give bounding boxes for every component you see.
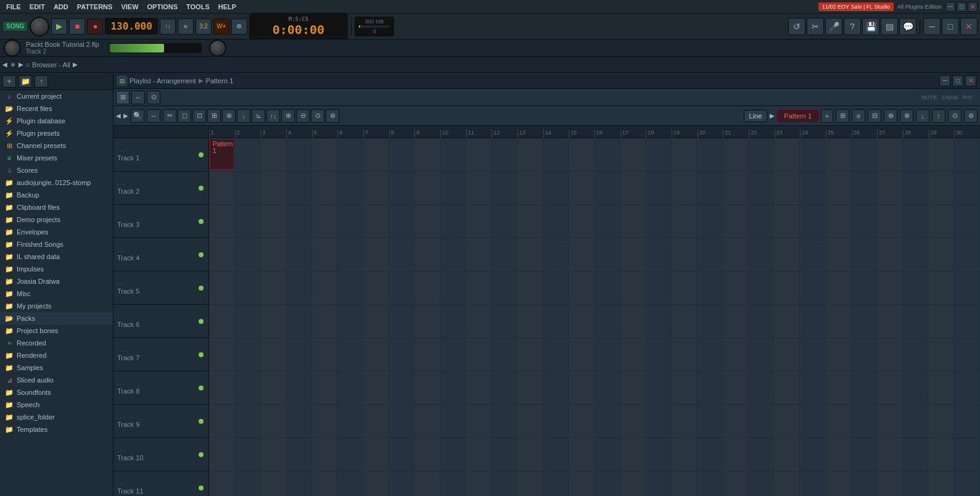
grid-cell-6-28[interactable] (903, 305, 929, 337)
grid-cell-9-19[interactable] (672, 405, 698, 437)
grid-cell-7-29[interactable] (928, 338, 954, 371)
grid-cell-8-1[interactable] (209, 371, 235, 404)
grid-cell-1-6[interactable] (337, 138, 363, 171)
grid-cell-3-25[interactable] (826, 205, 852, 238)
grid-cell-2-5[interactable] (312, 172, 338, 204)
sidebar-item-templates[interactable]: 📁 Templates (0, 423, 113, 436)
grid-cell-4-12[interactable] (492, 238, 517, 271)
grid-cell-8-30[interactable] (954, 371, 980, 404)
grid-cell-1-12[interactable] (492, 138, 517, 171)
master-pitch-knob[interactable] (4, 39, 21, 57)
grid-cell-11-10[interactable] (440, 471, 466, 496)
grid-row-2[interactable] (209, 172, 980, 205)
grid-cell-5-24[interactable] (800, 271, 826, 304)
grid-cell-5-7[interactable] (363, 271, 389, 304)
grid-cell-1-14[interactable] (543, 138, 569, 171)
grid-cell-3-22[interactable] (749, 205, 775, 238)
grid-cell-11-24[interactable] (800, 471, 826, 496)
song-mode-button[interactable]: SONG (2, 21, 28, 31)
sidebar-item-audiojungle[interactable]: 📁 audiojungle..0125-stomp (0, 176, 113, 189)
grid-row-5[interactable] (209, 271, 980, 305)
grid-cell-4-10[interactable] (440, 238, 466, 271)
grid-cell-6-15[interactable] (569, 305, 595, 337)
play-button[interactable]: ▶ (51, 19, 67, 35)
grid-cell-3-10[interactable] (440, 205, 466, 238)
grid-cell-10-21[interactable] (723, 438, 749, 471)
grid-cell-5-14[interactable] (543, 271, 569, 304)
grid-cell-7-6[interactable] (337, 338, 363, 371)
grid-cell-7-16[interactable] (595, 338, 620, 371)
pan-knob[interactable] (209, 39, 226, 57)
grid-cell-8-26[interactable] (851, 371, 877, 404)
bpm-display[interactable]: 130.000 (105, 18, 157, 35)
sidebar-item-recent-files[interactable]: 📂 Recent files (0, 102, 113, 115)
grid-cell-3-24[interactable] (800, 205, 826, 238)
grid-cell-4-27[interactable] (877, 238, 903, 271)
grid-cell-5-29[interactable] (928, 271, 954, 304)
grid-cell-2-8[interactable] (389, 172, 415, 204)
help-icon[interactable]: ? (844, 18, 861, 35)
grid-cell-10-26[interactable] (851, 438, 877, 471)
grid-cell-1-9[interactable] (414, 138, 440, 171)
grid-cell-7-15[interactable] (569, 338, 595, 371)
grid-cell-1-20[interactable] (697, 138, 723, 171)
grid-cell-3-21[interactable] (723, 205, 749, 238)
sidebar-item-demo-projects[interactable]: 📁 Demo projects (0, 213, 113, 226)
misc-tool-2[interactable]: ⊖ (296, 109, 310, 123)
grid-cell-4-21[interactable] (723, 238, 749, 271)
playlist-view-4[interactable]: ⊕ (884, 109, 897, 123)
sidebar-item-scores[interactable]: ♫ Scores (0, 164, 113, 176)
grid-cell-5-22[interactable] (749, 271, 775, 304)
sidebar-item-misc[interactable]: 📁 Misc (0, 287, 113, 300)
sidebar-item-sliced-audio[interactable]: ⊿ Sliced audio (0, 374, 113, 386)
grid-cell-7-25[interactable] (826, 338, 852, 371)
grid-cell-9-26[interactable] (851, 405, 877, 437)
sidebar-item-channel-presets[interactable]: ⊞ Channel presets (0, 139, 113, 152)
grid-cell-9-11[interactable] (466, 405, 492, 437)
grid-cell-10-8[interactable] (389, 438, 415, 471)
grid-cell-9-20[interactable] (697, 405, 723, 437)
grid-cell-8-8[interactable] (389, 371, 415, 404)
grid-cell-5-21[interactable] (723, 271, 749, 304)
grid-cell-6-18[interactable] (646, 305, 672, 337)
grid-cell-3-5[interactable] (312, 205, 338, 238)
grid-cell-5-28[interactable] (903, 271, 929, 304)
grid-cell-7-27[interactable] (877, 338, 903, 371)
grid-cell-1-26[interactable] (851, 138, 877, 171)
grid-cell-11-15[interactable] (569, 471, 595, 496)
grid-cell-4-19[interactable] (672, 238, 698, 271)
grid-cell-11-8[interactable] (389, 471, 415, 496)
grid-cell-8-16[interactable] (595, 371, 620, 404)
grid-cell-9-28[interactable] (903, 405, 929, 437)
grid-cell-6-20[interactable] (697, 305, 723, 337)
misc-tool-4[interactable]: ⊛ (326, 109, 339, 123)
grid-cell-6-12[interactable] (492, 305, 517, 337)
grid-cell-1-7[interactable] (363, 138, 389, 171)
sidebar-item-packs[interactable]: 📂 Packs (0, 312, 113, 324)
scissors-icon[interactable]: ✂ (807, 18, 824, 35)
grid-row-3[interactable] (209, 205, 980, 238)
grid-cell-7-20[interactable] (697, 338, 723, 371)
grid-cell-11-16[interactable] (595, 471, 620, 496)
grid-cell-2-18[interactable] (646, 172, 672, 204)
grid-cell-8-28[interactable] (903, 371, 929, 404)
app-minimize-button[interactable]: ─ (923, 18, 941, 35)
grid-cell-9-13[interactable] (517, 405, 543, 437)
grid-cell-3-23[interactable] (774, 205, 800, 238)
playlist-view-1[interactable]: ⊞ (836, 109, 849, 123)
grid-cell-6-25[interactable] (826, 305, 852, 337)
link-button[interactable]: ⊙ (147, 91, 160, 104)
vol-tool[interactable]: ↑↓ (266, 109, 280, 123)
grid-cell-1-3[interactable] (260, 138, 286, 171)
grid-cell-6-7[interactable] (363, 305, 389, 337)
grid-cell-10-18[interactable] (646, 438, 672, 471)
sidebar-item-speech[interactable]: 📁 Speech (0, 399, 113, 411)
track-label-7[interactable]: · · · Track 7 (113, 338, 208, 371)
grid-cell-10-9[interactable] (414, 438, 440, 471)
grid-cell-9-24[interactable] (800, 405, 826, 437)
grid-cell-4-30[interactable] (954, 238, 980, 271)
grid-cell-3-3[interactable] (260, 205, 286, 238)
playlist-minimize-button[interactable]: ─ (939, 75, 950, 86)
grid-cell-2-30[interactable] (954, 172, 980, 204)
grid-cell-5-16[interactable] (595, 271, 620, 304)
